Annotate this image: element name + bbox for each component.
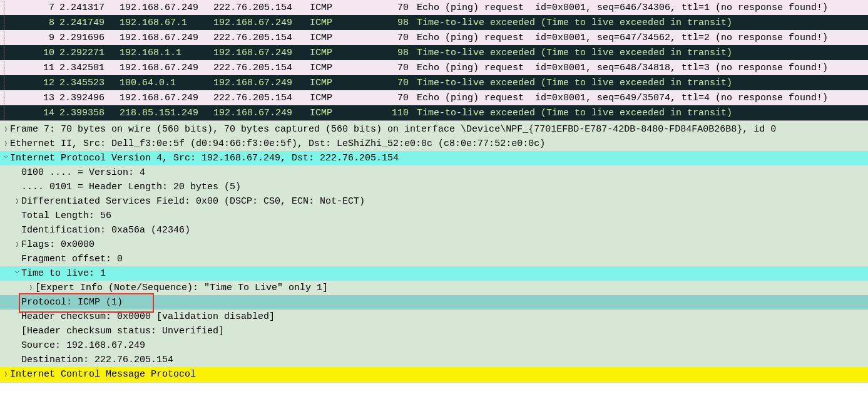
- packet-row[interactable]: 82.241749192.168.67.1 192.168.67.249 ICM…: [0, 15, 868, 30]
- col-protocol: ICMP: [310, 1, 385, 14]
- col-time: 2.345523: [59, 76, 120, 90]
- col-destination: 192.168.67.249: [213, 16, 310, 29]
- ip-header-length[interactable]: .... 0101 = Header Length: 20 bytes (5): [0, 180, 868, 194]
- col-length: 70: [385, 91, 409, 105]
- frame-text: Frame 7: 70 bytes on wire (560 bits), 70…: [10, 122, 776, 137]
- col-destination: 222.76.205.154: [213, 91, 310, 105]
- col-info: Time-to-live exceeded (Time to live exce…: [409, 16, 868, 29]
- col-info: Time-to-live exceeded (Time to live exce…: [409, 46, 868, 60]
- col-time: 2.292271: [59, 46, 120, 60]
- packet-row[interactable]: 112.342501192.168.67.249 222.76.205.154 …: [0, 60, 868, 75]
- col-protocol: ICMP: [310, 16, 385, 29]
- ip-dsf[interactable]: Differentiated Services Field: 0x00 (DSC…: [0, 194, 868, 209]
- col-length: 70: [385, 61, 409, 75]
- collapse-icon[interactable]: [1, 151, 10, 165]
- col-protocol: ICMP: [310, 91, 385, 105]
- col-length: 70: [385, 1, 409, 14]
- expand-icon[interactable]: [13, 194, 21, 209]
- col-time: 2.399358: [59, 107, 120, 120]
- col-protocol: ICMP: [310, 107, 385, 120]
- col-info: Echo (ping) request id=0x0001, seq=649/3…: [409, 91, 868, 105]
- ip-frag-offset[interactable]: Fragment offset: 0: [0, 252, 868, 266]
- col-no: 9: [7, 31, 59, 44]
- col-info: Echo (ping) request id=0x0001, seq=648/3…: [409, 61, 868, 75]
- col-no: 12: [7, 76, 59, 90]
- ip-header-checksum[interactable]: Header checksum: 0x0000 [validation disa…: [0, 310, 868, 324]
- ip-source[interactable]: Source: 192.168.67.249: [0, 338, 868, 353]
- ethernet-summary[interactable]: Ethernet II, Src: Dell_f3:0e:5f (d0:94:6…: [0, 137, 868, 151]
- col-info: Echo (ping) request id=0x0001, seq=647/3…: [409, 31, 868, 44]
- ip-ttl[interactable]: Time to live: 1: [0, 266, 868, 281]
- col-no: 8: [7, 16, 59, 29]
- packet-details[interactable]: Frame 7: 70 bytes on wire (560 bits), 70…: [0, 121, 868, 383]
- expand-icon[interactable]: [1, 367, 10, 382]
- eth-text: Ethernet II, Src: Dell_f3:0e:5f (d0:94:6…: [10, 137, 545, 151]
- col-destination: 222.76.205.154: [213, 1, 310, 14]
- expand-icon[interactable]: [1, 122, 10, 137]
- col-no: 13: [7, 91, 59, 105]
- col-source: 192.168.67.249: [120, 91, 213, 105]
- col-destination: 192.168.67.249: [213, 46, 310, 60]
- col-info: Time-to-live exceeded (Time to live exce…: [409, 107, 868, 120]
- ip-total-length[interactable]: Total Length: 56: [0, 209, 868, 223]
- packet-list[interactable]: 72.241317192.168.67.249 222.76.205.154 I…: [0, 0, 868, 121]
- col-length: 110: [385, 107, 409, 120]
- col-destination: 192.168.67.249: [213, 76, 310, 90]
- col-destination: 222.76.205.154: [213, 61, 310, 75]
- col-length: 98: [385, 16, 409, 29]
- col-protocol: ICMP: [310, 76, 385, 90]
- packet-row[interactable]: 102.292271192.168.1.1 192.168.67.249 ICM…: [0, 45, 868, 60]
- ip-ttl-expert[interactable]: [Expert Info (Note/Sequence): "Time To L…: [0, 281, 868, 295]
- packet-row[interactable]: 72.241317192.168.67.249 222.76.205.154 I…: [0, 0, 868, 15]
- col-no: 7: [7, 1, 59, 14]
- col-destination: 192.168.67.249: [213, 107, 310, 120]
- col-source: 192.168.67.249: [120, 1, 213, 14]
- ip-protocol-selected[interactable]: Protocol: ICMP (1): [0, 295, 868, 310]
- col-protocol: ICMP: [310, 61, 385, 75]
- packet-row[interactable]: 132.392496192.168.67.249 222.76.205.154 …: [0, 90, 868, 105]
- col-no: 10: [7, 46, 59, 60]
- ip-identification[interactable]: Identification: 0xa56a (42346): [0, 223, 868, 237]
- packet-row[interactable]: 122.345523100.64.0.1 192.168.67.249 ICMP…: [0, 75, 868, 90]
- col-destination: 222.76.205.154: [213, 31, 310, 44]
- ip-checksum-status[interactable]: [Header checksum status: Unverified]: [0, 324, 868, 338]
- expand-icon[interactable]: [26, 281, 35, 295]
- col-time: 2.241749: [59, 16, 120, 29]
- col-protocol: ICMP: [310, 46, 385, 60]
- packet-row[interactable]: 92.291696192.168.67.249 222.76.205.154 I…: [0, 30, 868, 45]
- ip-flags[interactable]: Flags: 0x0000: [0, 237, 868, 252]
- col-time: 2.392496: [59, 91, 120, 105]
- col-source: 218.85.151.249: [120, 107, 213, 120]
- packet-row[interactable]: 142.399358218.85.151.249 192.168.67.249 …: [0, 105, 868, 120]
- col-no: 11: [7, 61, 59, 75]
- col-source: 192.168.67.249: [120, 61, 213, 75]
- col-source: 192.168.67.1: [120, 16, 213, 29]
- col-length: 98: [385, 46, 409, 60]
- ip-version[interactable]: 0100 .... = Version: 4: [0, 165, 868, 180]
- collapse-icon[interactable]: [13, 266, 21, 281]
- ip-summary[interactable]: Internet Protocol Version 4, Src: 192.16…: [0, 151, 868, 165]
- col-no: 14: [7, 107, 59, 120]
- expand-icon[interactable]: [13, 237, 21, 252]
- col-source: 192.168.1.1: [120, 46, 213, 60]
- col-length: 70: [385, 31, 409, 44]
- ip-destination[interactable]: Destination: 222.76.205.154: [0, 353, 868, 367]
- col-time: 2.291696: [59, 31, 120, 44]
- frame-summary[interactable]: Frame 7: 70 bytes on wire (560 bits), 70…: [0, 122, 868, 137]
- col-info: Echo (ping) request id=0x0001, seq=646/3…: [409, 1, 868, 14]
- col-source: 192.168.67.249: [120, 31, 213, 44]
- col-length: 70: [385, 76, 409, 90]
- col-source: 100.64.0.1: [120, 76, 213, 90]
- col-info: Time-to-live exceeded (Time to live exce…: [409, 76, 868, 90]
- ip-text: Internet Protocol Version 4, Src: 192.16…: [10, 151, 399, 165]
- icmp-summary[interactable]: Internet Control Message Protocol: [0, 367, 868, 382]
- col-protocol: ICMP: [310, 31, 385, 44]
- col-time: 2.241317: [59, 1, 120, 14]
- col-time: 2.342501: [59, 61, 120, 75]
